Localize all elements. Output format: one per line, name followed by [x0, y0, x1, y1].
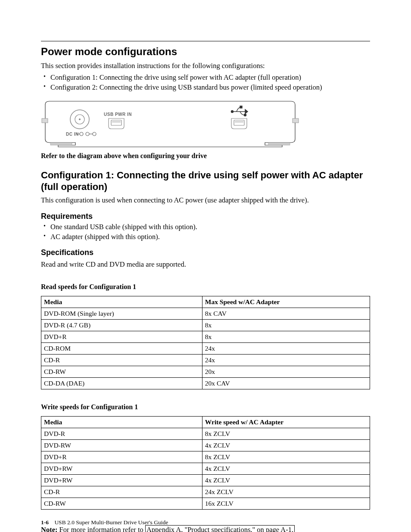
table-cell: 24x: [202, 354, 370, 366]
intro-item-2: Configuration 2: Connecting the drive us…: [50, 83, 370, 92]
svg-rect-18: [240, 106, 242, 108]
intro-text: This section provides installation instr…: [41, 61, 370, 71]
heading-requirements: Requirements: [41, 212, 370, 221]
write-table-header-speed: Write speed w/ AC Adapter: [202, 416, 370, 428]
specs-text: Read and write CD and DVD media are supp…: [41, 260, 370, 269]
table-cell: 8x ZCLV: [202, 428, 370, 439]
requirement-item: AC adapter (shipped with this option).: [50, 233, 370, 241]
table-cell: 8x CAV: [202, 308, 370, 319]
table-cell: CD-R: [41, 486, 202, 498]
table-cell: 20x: [202, 366, 370, 377]
table-cell: 20x CAV: [202, 377, 370, 389]
table-row: DVD+RW4x ZCLV: [41, 463, 370, 474]
table-row: DVD+R8x ZCLV: [41, 451, 370, 463]
config1-intro: This configuration is used when connecti…: [41, 196, 370, 205]
usb-pwr-in-label: USB PWR IN: [104, 112, 132, 117]
table-row: CD-R24x: [41, 354, 370, 366]
table-cell: DVD+RW: [41, 463, 202, 474]
appendix-link[interactable]: Appendix A, "Product specifications," on…: [145, 525, 295, 532]
table-row: DVD-R (4.7 GB)8x: [41, 319, 370, 331]
table-cell: DVD-R: [41, 428, 202, 439]
table-row: CD-ROM24x: [41, 342, 370, 354]
table-row: DVD-ROM (Single layer)8x CAV: [41, 308, 370, 319]
heading-power-mode: Power mode configurations: [41, 46, 370, 58]
table-cell: CD-R: [41, 354, 202, 366]
usb-port-icon: [231, 118, 247, 129]
table-cell: DVD+R: [41, 331, 202, 342]
table-row: DVD+R8x: [41, 331, 370, 342]
read-speeds-table: Media Max Speed w/AC Adapter DVD-ROM (Si…: [41, 296, 370, 389]
diagram-caption: Refer to the diagram above when configur…: [41, 151, 370, 161]
svg-point-6: [79, 118, 81, 120]
page: Power mode configurations This section p…: [0, 0, 411, 532]
table-cell: 24x: [202, 342, 370, 354]
heading-specifications: Specifications: [41, 248, 370, 257]
table-cell: CD-DA (DAE): [41, 377, 202, 389]
usb-icon: [231, 106, 248, 116]
svg-point-9: [86, 132, 89, 136]
read-table-header-media: Media: [41, 296, 202, 308]
table-cell: DVD-ROM (Single layer): [41, 308, 202, 319]
table-row: CD-R24x ZCLV: [41, 486, 370, 498]
requirements-list: One standard USB cable (shipped with thi…: [41, 223, 370, 241]
table-cell: DVD-RW: [41, 439, 202, 451]
diagram-svg: DC IN USB PWR IN: [41, 100, 299, 148]
table-cell: 4x ZCLV: [202, 463, 370, 474]
svg-point-7: [80, 132, 83, 136]
book-title: USB 2.0 Super Multi-Burner Drive User's …: [54, 519, 168, 526]
write-speeds-table: Media Write speed w/ AC Adapter DVD-R8x …: [41, 416, 370, 510]
heading-config-1: Configuration 1: Connecting the drive us…: [41, 169, 370, 193]
table-row: DVD-RW4x ZCLV: [41, 439, 370, 451]
table-cell: DVD-R (4.7 GB): [41, 319, 202, 331]
requirement-item: One standard USB cable (shipped with thi…: [50, 223, 370, 231]
table-row: DVD-R8x ZCLV: [41, 428, 370, 439]
read-table-title: Read speeds for Configuration 1: [41, 282, 370, 292]
svg-rect-1: [268, 143, 290, 145]
page-number: 1-6: [41, 519, 49, 526]
table-cell: CD-ROM: [41, 342, 202, 354]
table-cell: DVD+R: [41, 451, 202, 463]
svg-rect-2: [42, 118, 48, 123]
svg-point-19: [244, 114, 246, 116]
write-table-title: Write speeds for Configuration 1: [41, 402, 370, 412]
note-text: For more information refer to: [57, 526, 145, 532]
svg-rect-14: [234, 120, 244, 125]
table-row: CD-RW16x ZCLV: [41, 498, 370, 509]
table-cell: 8x ZCLV: [202, 451, 370, 463]
table-row: DVD+RW4x ZCLV: [41, 474, 370, 486]
svg-rect-0: [50, 143, 72, 145]
table-cell: 4x ZCLV: [202, 474, 370, 486]
note-line: Note: For more information refer to Appe…: [41, 525, 370, 532]
svg-rect-3: [293, 118, 299, 123]
svg-point-11: [93, 132, 96, 136]
note-lead: Note:: [41, 526, 57, 532]
read-table-header-speed: Max Speed w/AC Adapter: [202, 296, 370, 308]
write-table-header-media: Media: [41, 416, 202, 428]
intro-list: Configuration 1: Connecting the drive us…: [41, 73, 370, 92]
rule: [41, 41, 370, 41]
table-cell: 8x: [202, 331, 370, 342]
table-cell: DVD+RW: [41, 474, 202, 486]
table-row: CD-DA (DAE)20x CAV: [41, 377, 370, 389]
table-cell: 4x ZCLV: [202, 439, 370, 451]
drive-rear-diagram: DC IN USB PWR IN: [41, 100, 370, 148]
table-cell: 16x ZCLV: [202, 498, 370, 509]
svg-rect-12: [111, 120, 121, 125]
table-cell: CD-RW: [41, 498, 202, 509]
intro-item-1: Configuration 1: Connecting the drive us…: [50, 73, 370, 82]
table-cell: CD-RW: [41, 366, 202, 377]
table-row: CD-RW20x: [41, 366, 370, 377]
page-footer: 1-6 USB 2.0 Super Multi-Burner Drive Use…: [41, 519, 168, 526]
table-cell: 24x ZCLV: [202, 486, 370, 498]
table-cell: 8x: [202, 319, 370, 331]
